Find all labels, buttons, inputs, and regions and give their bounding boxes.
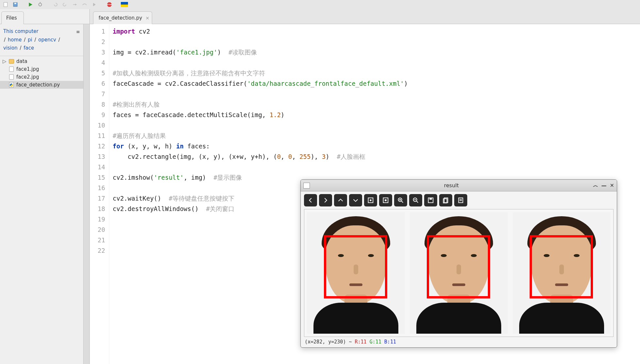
tree-item[interactable]: face_detection.py [0,81,83,89]
breadcrumb: This computer / home / pi / opencv / vis… [0,24,83,56]
stop-icon[interactable]: STOP [106,1,113,8]
breadcrumb-menu-icon[interactable]: ≡ [76,28,80,36]
files-tab[interactable]: Files [1,11,24,24]
nav-up-icon[interactable] [334,194,347,206]
tree-item[interactable]: ▷data [0,57,83,65]
rollup-icon[interactable]: ︿ [593,182,598,189]
zoom-out-icon[interactable] [409,194,422,206]
breadcrumb-seg[interactable]: This computer [3,28,39,34]
tree-item-label: face2.jpg [16,74,39,80]
debug-icon[interactable] [37,1,44,8]
window-icon [303,183,310,189]
close-icon[interactable]: ✕ [610,182,614,189]
svg-rect-2 [14,3,16,4]
cursor-coords: (x=282, y=230) ~ [305,339,355,345]
detection-rectangle [530,235,593,298]
editor-tab[interactable]: face_detection.py × [93,11,152,24]
minimize-icon[interactable]: — [601,182,607,189]
nav-down-icon[interactable] [349,194,362,206]
svg-marker-3 [29,3,33,7]
svg-line-15 [402,201,403,203]
tree-item[interactable]: face2.jpg [0,73,83,81]
breadcrumb-seg[interactable]: face [24,45,34,51]
close-tab-icon[interactable]: × [146,15,150,21]
breadcrumb-seg[interactable]: opencv [38,37,56,43]
svg-line-19 [417,201,418,203]
app-toolbar: STOP [0,0,640,9]
fit-window-icon[interactable] [364,194,377,206]
pixel-g: G:11 [370,339,381,345]
pixel-r: R:11 [355,339,367,345]
tree-item-label: data [16,58,27,64]
svg-point-11 [370,199,372,201]
zoom-in-icon[interactable] [394,194,407,206]
editor-tab-label: face_detection.py [99,15,142,21]
result-window[interactable]: result ︿ — ✕ [300,179,617,348]
pixel-b: B:11 [384,339,396,345]
scrollbar[interactable] [83,24,89,364]
svg-text:STOP: STOP [107,4,112,6]
result-status: (x=282, y=230) ~ R:11 G:11 B:11 [301,337,617,347]
nav-forward-icon[interactable] [319,194,332,206]
detected-face [307,212,405,334]
detected-face [513,212,611,334]
svg-rect-22 [429,198,432,200]
svg-rect-0 [4,2,8,7]
python-file-icon [8,82,14,88]
files-tab-label: Files [6,15,17,21]
detection-rectangle [427,235,490,298]
breadcrumb-seg[interactable]: vision [3,45,18,51]
file-tree[interactable]: ▷dataface1.jpgface2.jpgface_detection.py [0,56,83,364]
redo-icon[interactable] [61,1,69,8]
flag-icon [121,1,128,8]
undo-icon[interactable] [52,1,59,8]
copy-icon[interactable] [439,194,452,206]
continue-icon[interactable] [91,1,98,8]
tree-item-label: face1.jpg [16,66,39,72]
save-icon[interactable] [12,1,19,8]
result-title: result [310,182,593,189]
breadcrumb-seg[interactable]: home [8,37,22,43]
original-size-icon[interactable] [379,194,392,206]
result-canvas [304,209,614,337]
files-panel: Files This computer / home / pi / opencv… [0,9,90,364]
result-toolbar [301,191,617,209]
svg-marker-7 [93,3,96,7]
save-image-icon[interactable] [424,194,437,206]
breadcrumb-seg[interactable]: pi [28,37,32,43]
folder-icon [8,58,14,64]
svg-rect-13 [385,199,387,201]
new-file-icon[interactable] [2,1,9,8]
svg-marker-6 [75,4,77,6]
properties-icon[interactable] [454,194,467,206]
file-icon [8,74,14,80]
tree-item[interactable]: face1.jpg [0,65,83,73]
run-icon[interactable] [27,1,34,8]
nav-back-icon[interactable] [304,194,317,206]
step-icon[interactable] [71,1,78,8]
tree-item-label: face_detection.py [16,82,60,88]
detected-face [410,212,508,334]
svg-point-4 [39,3,42,6]
detection-rectangle [324,235,387,298]
disclosure-icon[interactable]: ▷ [3,58,7,64]
result-titlebar[interactable]: result ︿ — ✕ [301,180,617,191]
line-gutter: 12345678910111213141516171819202122 [90,24,109,364]
file-icon [8,66,14,72]
step-over-icon[interactable] [81,1,88,8]
